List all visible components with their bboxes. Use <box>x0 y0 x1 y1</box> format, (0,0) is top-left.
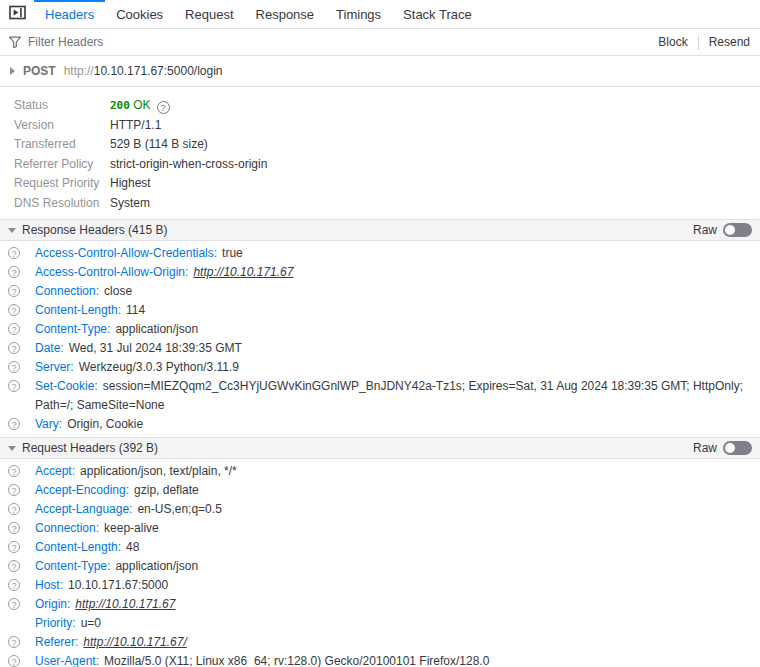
question-mark-icon[interactable]: ? <box>8 598 20 610</box>
summary-label: Referrer Policy <box>14 155 110 175</box>
header-name: Content-Length: <box>35 540 121 554</box>
response-header-row: ?Access-Control-Allow-Origin:http://10.1… <box>0 263 760 282</box>
request-summary-row[interactable]: POST http://10.10.171.67:5000/login <box>0 56 760 87</box>
header-value: Wed, 31 Jul 2024 18:39:35 GMT <box>69 341 242 355</box>
summary-value: HTTP/1.1 <box>110 116 161 136</box>
question-mark-icon[interactable]: ? <box>8 323 20 335</box>
response-header-row: ?Content-Type:application/json <box>0 320 760 339</box>
header-name: Set-Cookie: <box>35 379 98 393</box>
header-name: Referer: <box>35 635 78 649</box>
response-headers-section-header[interactable]: Response Headers (415 B) Raw <box>0 219 760 241</box>
pane-toggle-button[interactable] <box>0 0 34 28</box>
header-value: gzip, deflate <box>134 483 199 497</box>
raw-toggle-group: Raw <box>693 223 752 237</box>
request-header-row: ?Host:10.10.171.67:5000 <box>0 576 760 595</box>
header-name: Origin: <box>35 597 70 611</box>
summary-label: Status <box>14 96 110 116</box>
question-mark-icon[interactable]: ? <box>8 266 20 278</box>
question-mark-icon[interactable]: ? <box>8 484 20 496</box>
question-mark-icon[interactable]: ? <box>8 560 20 572</box>
question-mark-icon[interactable]: ? <box>8 503 20 515</box>
summary-label: Transferred <box>14 135 110 155</box>
question-mark-icon[interactable]: ? <box>8 465 20 477</box>
tab-headers[interactable]: Headers <box>34 0 105 28</box>
block-button[interactable]: Block <box>648 29 697 55</box>
tab-response[interactable]: Response <box>245 0 326 28</box>
tab-cookies[interactable]: Cookies <box>105 0 174 28</box>
summary-row: Transferred529 B (114 B size) <box>0 135 760 155</box>
header-value-link[interactable]: http://10.10.171.67 <box>75 597 175 611</box>
question-mark-icon[interactable]: ? <box>8 285 20 297</box>
header-name: Priority: <box>35 616 76 630</box>
network-details-panel: HeadersCookiesRequestResponseTimingsStac… <box>0 0 760 667</box>
expanded-twisty-icon[interactable] <box>8 228 16 233</box>
request-header-row: Priority:u=0 <box>0 614 760 633</box>
raw-toggle[interactable] <box>723 441 752 455</box>
request-headers-section-header[interactable]: Request Headers (392 B) Raw <box>0 437 760 459</box>
request-header-row: ?Content-Type:application/json <box>0 557 760 576</box>
question-mark-icon[interactable]: ? <box>8 342 20 354</box>
question-mark-icon[interactable]: ? <box>8 655 20 667</box>
header-value: 48 <box>126 540 139 554</box>
section-title: Response Headers (415 B) <box>22 223 167 237</box>
section-title: Request Headers (392 B) <box>22 441 158 455</box>
header-name: Content-Type: <box>35 322 110 336</box>
header-name: Date: <box>35 341 64 355</box>
header-name: Vary: <box>35 417 62 431</box>
header-value: application/json <box>115 322 198 336</box>
question-mark-icon[interactable]: ? <box>8 522 20 534</box>
header-name: Access-Control-Allow-Credentials: <box>35 246 217 260</box>
header-name: Host: <box>35 578 63 592</box>
question-mark-icon[interactable]: ? <box>8 418 20 430</box>
tab-request[interactable]: Request <box>174 0 244 28</box>
question-mark-icon[interactable]: ? <box>8 380 20 392</box>
question-mark-icon[interactable]: ? <box>8 636 20 648</box>
request-header-row: ?Accept-Encoding:gzip, deflate <box>0 481 760 500</box>
summary-value: strict-origin-when-cross-origin <box>110 155 267 175</box>
resend-button[interactable]: Resend <box>699 29 760 55</box>
request-url-rest: 10.10.171.67:5000/login <box>94 64 223 78</box>
question-mark-icon[interactable]: ? <box>8 304 20 316</box>
toggle-knob <box>725 225 735 235</box>
collapsed-twisty-icon[interactable] <box>10 67 15 75</box>
request-header-row: ?Connection:keep-alive <box>0 519 760 538</box>
header-value: application/json, text/plain, */* <box>80 464 237 478</box>
header-value: session=MIEZQqm2_Cc3HYjUGWvKinGGnlWP_BnJ… <box>35 379 743 412</box>
response-header-row: ?Connection:close <box>0 282 760 301</box>
filter-headers-input[interactable] <box>28 35 648 49</box>
toggle-knob <box>725 443 735 453</box>
sidebar-play-icon <box>9 5 26 23</box>
status-code: 200 <box>110 99 130 112</box>
request-headers-list: ?Accept:application/json, text/plain, */… <box>0 459 760 667</box>
summary-label: DNS Resolution <box>14 194 110 214</box>
response-header-row: ?Set-Cookie:session=MIEZQqm2_Cc3HYjUGWvK… <box>0 377 760 415</box>
status-help-icon[interactable]: ? <box>157 101 170 114</box>
header-value-link[interactable]: http://10.10.171.67/ <box>83 635 186 649</box>
summary-value: System <box>110 194 150 214</box>
header-value: Werkzeug/3.0.3 Python/3.11.9 <box>79 360 239 374</box>
summary-value: Highest <box>110 174 151 194</box>
header-name: Accept: <box>35 464 75 478</box>
question-mark-icon[interactable]: ? <box>8 541 20 553</box>
question-mark-icon[interactable]: ? <box>8 579 20 591</box>
response-header-row: ?Server:Werkzeug/3.0.3 Python/3.11.9 <box>0 358 760 377</box>
summary-row: Referrer Policystrict-origin-when-cross-… <box>0 155 760 175</box>
raw-label: Raw <box>693 441 717 455</box>
response-header-row: ?Vary:Origin, Cookie <box>0 415 760 434</box>
header-value: u=0 <box>81 616 101 630</box>
summary-list: Status200 OK?VersionHTTP/1.1Transferred5… <box>0 87 760 219</box>
header-name: Connection: <box>35 284 99 298</box>
filter-row: Block Resend <box>0 29 760 56</box>
tab-stack-trace[interactable]: Stack Trace <box>392 0 483 28</box>
tab-bar: HeadersCookiesRequestResponseTimingsStac… <box>0 0 760 29</box>
header-value-link[interactable]: http://10.10.171.67 <box>193 265 293 279</box>
tab-timings[interactable]: Timings <box>325 0 392 28</box>
expanded-twisty-icon[interactable] <box>8 446 16 451</box>
request-header-row: ?Accept:application/json, text/plain, */… <box>0 462 760 481</box>
header-value: keep-alive <box>104 521 159 535</box>
request-header-row: ?User-Agent:Mozilla/5.0 (X11; Linux x86_… <box>0 652 760 667</box>
raw-toggle[interactable] <box>723 223 752 237</box>
question-mark-icon[interactable]: ? <box>8 247 20 259</box>
question-mark-icon[interactable]: ? <box>8 361 20 373</box>
request-method: POST <box>23 64 56 78</box>
